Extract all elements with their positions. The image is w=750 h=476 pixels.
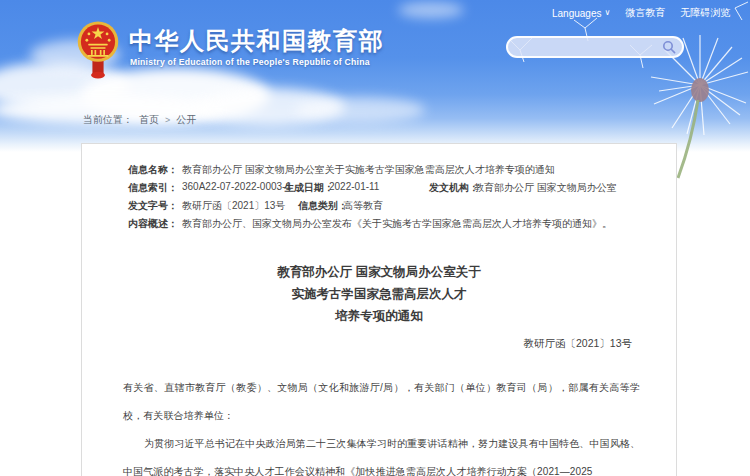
document-number: 教研厅函〔2021〕13号 — [523, 337, 632, 351]
cloud-decoration — [295, 97, 425, 123]
document-title-line: 教育部办公厅 国家文物局办公室关于 — [82, 261, 676, 283]
document-card: 信息名称： 教育部办公厅 国家文物局办公室关于实施考古学国家急需高层次人才培养专… — [81, 143, 677, 476]
languages-menu[interactable]: Languages ∨ — [552, 8, 610, 19]
meta-label: 内容概述： — [128, 217, 178, 231]
breadcrumb-label: 当前位置： — [83, 113, 133, 127]
weiyan-link[interactable]: 微言教育 — [625, 6, 665, 20]
document-title-line: 培养专项的通知 — [82, 305, 676, 327]
breadcrumb: 当前位置： 首页 > 公开 — [83, 113, 196, 127]
search-input[interactable] — [518, 41, 662, 54]
meta-value: 教育部办公厅、国家文物局办公室发布《关于实施考古学国家急需高层次人才培养专项的通… — [182, 217, 612, 231]
meta-value: 教育部办公厅 国家文物局办公室关于实施考古学国家急需高层次人才培养专项的通知 — [182, 163, 555, 177]
meta-value: 360A22-07-2022-0003-1 — [182, 181, 291, 192]
accessibility-link[interactable]: 无障碍浏览 — [680, 6, 730, 20]
breadcrumb-home-link[interactable]: 首页 — [139, 113, 159, 127]
cloud-decoration — [398, 2, 464, 18]
meta-label: 发文字号： — [128, 199, 178, 213]
search-icon[interactable] — [662, 40, 676, 54]
document-paragraph: 有关省、直辖市教育厅（教委）、文物局（文化和旅游厅/局），有关部门（单位）教育司… — [123, 374, 640, 430]
site-subtitle: Ministry of Education of the People's Re… — [130, 57, 370, 67]
document-title: 教育部办公厅 国家文物局办公室关于 实施考古学国家急需高层次人才 培养专项的通知 — [82, 261, 676, 327]
national-emblem-logo[interactable] — [77, 20, 119, 80]
meta-label: 信息名称： — [128, 163, 178, 177]
meta-label: 发文机构： — [429, 181, 479, 195]
document-paragraph: 为贯彻习近平总书记在中央政治局第二十三次集体学习时的重要讲话精神，努力建设具有中… — [123, 430, 640, 476]
breadcrumb-current-link[interactable]: 公开 — [176, 113, 196, 127]
meta-value: 教育部办公厅 国家文物局办公室 — [474, 181, 617, 195]
search-bar — [506, 36, 684, 58]
top-navigation: Languages ∨ 微言教育 无障碍浏览 — [552, 6, 730, 20]
meta-value: 2022-01-11 — [329, 181, 379, 192]
meta-label: 生成日期： — [284, 181, 334, 195]
languages-label: Languages — [552, 8, 602, 19]
document-title-line: 实施考古学国家急需高层次人才 — [82, 283, 676, 305]
breadcrumb-separator-icon: > — [165, 115, 170, 125]
chevron-down-icon: ∨ — [605, 9, 611, 17]
document-body: 有关省、直辖市教育厅（教委）、文物局（文化和旅游厅/局），有关部门（单位）教育司… — [123, 374, 640, 476]
meta-label: 信息类别： — [298, 199, 348, 213]
meta-value: 教研厅函〔2021〕13号 — [182, 199, 285, 213]
meta-label: 信息索引： — [128, 181, 178, 195]
site-title: 中华人民共和国教育部 — [129, 25, 384, 57]
meta-value: 高等教育 — [343, 199, 383, 213]
